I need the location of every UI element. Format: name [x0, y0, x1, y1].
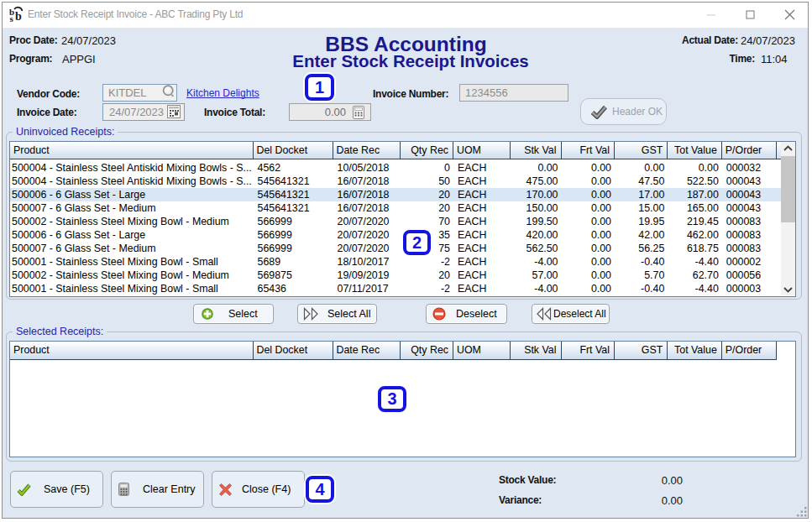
svg-text:b: b [15, 10, 22, 23]
svg-text:s: s [10, 13, 14, 23]
